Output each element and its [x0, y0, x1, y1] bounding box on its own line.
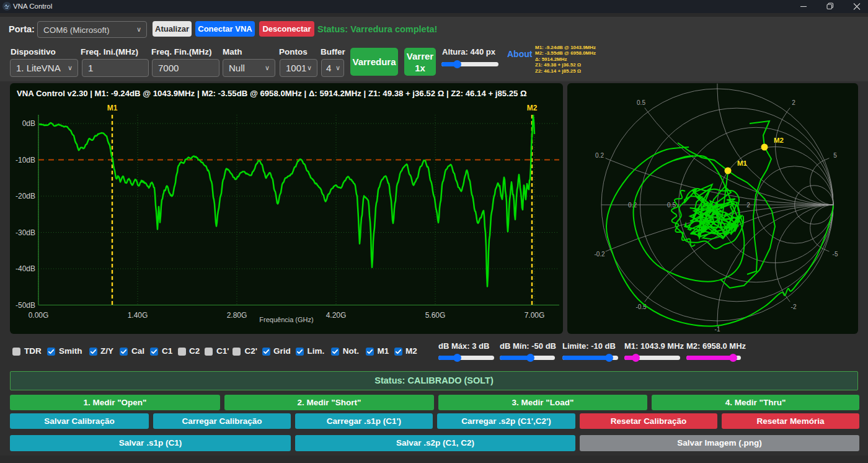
svg-text:2: 2	[792, 99, 795, 106]
svg-text:1: 1	[715, 83, 719, 84]
svg-text:2.80G: 2.80G	[227, 311, 247, 320]
svg-text:Frequência (GHz): Frequência (GHz)	[259, 316, 313, 323]
svg-text:-40dB: -40dB	[16, 264, 35, 273]
svg-text:M2: M2	[774, 137, 784, 144]
svg-text:M1: M1	[107, 104, 118, 112]
svg-text:-5: -5	[833, 251, 838, 258]
svg-text:7.00G: 7.00G	[525, 311, 545, 320]
svg-text:VNA Control v2.30 | M1: -9.24d: VNA Control v2.30 | M1: -9.24dB @ 1043.9…	[17, 89, 527, 98]
svg-text:-0.2: -0.2	[594, 251, 605, 258]
svg-text:0.2: 0.2	[628, 202, 637, 209]
svg-text:1.40G: 1.40G	[128, 311, 148, 320]
svg-text:-0.5: -0.5	[636, 303, 647, 310]
svg-text:0.5: 0.5	[637, 99, 645, 106]
svg-text:-50dB: -50dB	[16, 301, 35, 310]
svg-text:-10dB: -10dB	[16, 156, 35, 164]
svg-text:-1: -1	[715, 326, 720, 333]
svg-text:5: 5	[833, 152, 837, 159]
svg-text:4.20G: 4.20G	[326, 311, 347, 320]
svg-text:5.60G: 5.60G	[425, 311, 446, 320]
svg-text:-2: -2	[791, 303, 797, 310]
svg-text:M2: M2	[527, 104, 538, 112]
svg-text:0dB: 0dB	[22, 119, 35, 128]
svg-text:0.00G: 0.00G	[29, 311, 49, 320]
svg-text:0.2: 0.2	[595, 152, 604, 159]
svg-text:-30dB: -30dB	[16, 228, 35, 237]
svg-text:M1: M1	[737, 160, 748, 167]
svg-text:-20dB: -20dB	[16, 192, 35, 200]
svg-text:2: 2	[746, 202, 750, 209]
